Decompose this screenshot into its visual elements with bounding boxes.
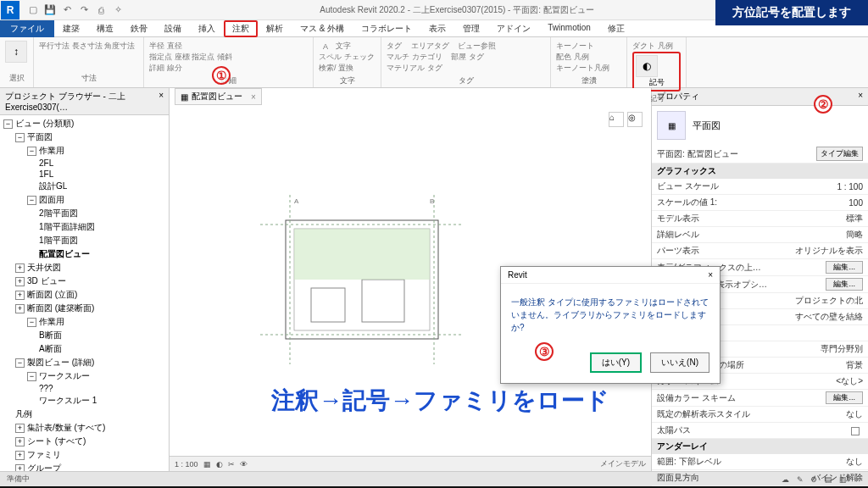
prop-value[interactable]: 1 : 100 [837,182,863,191]
tree-item[interactable]: +シート (すべて) [3,435,165,448]
tab-コラボレート[interactable]: コラボレート [353,20,420,37]
workset-dropdown[interactable]: メインモデル [600,458,646,469]
tree-toggle[interactable]: + [15,464,25,471]
nav-wheel-icon[interactable]: ◎ [627,112,643,127]
tree-toggle[interactable]: − [27,318,36,327]
prop-value[interactable]: 簡略 [846,229,863,241]
tree-item[interactable]: 凡例 [3,408,165,421]
viewbar-icon[interactable]: 👁 [240,460,248,469]
tab-Twinmotion[interactable]: Twinmotion [539,20,599,37]
tab-鉄骨[interactable]: 鉄骨 [122,20,156,37]
tree-item[interactable]: ??? [3,383,165,394]
tag-buttons[interactable]: タグ エリアタグ ビュー参照 [387,41,545,52]
open-icon[interactable]: ▢ [27,4,39,16]
viewbar-icon[interactable]: ◐ [216,460,223,469]
tab-設備[interactable]: 設備 [156,20,190,37]
status-icon[interactable]: ✎ [797,475,804,484]
text-icon[interactable]: A [319,42,332,52]
prop-value[interactable]: なし [846,408,863,420]
tree-item[interactable]: 2FL [3,158,165,169]
tree-item[interactable]: −平面図 [3,130,165,144]
dialog-close-icon[interactable]: × [708,270,713,280]
tree-toggle[interactable]: − [27,196,36,205]
tab-注釈[interactable]: 注釈 [224,20,258,37]
redo-icon[interactable]: ↷ [78,4,90,16]
tree-toggle[interactable]: + [15,424,25,433]
prop-value[interactable]: 標準 [846,213,863,225]
prop-value[interactable]: 専門分野別 [821,343,863,355]
prop-value[interactable]: プロジェクトの北 [795,295,863,307]
measure-icon[interactable]: ✧ [112,4,124,16]
tree-toggle[interactable]: + [15,277,25,286]
prop-value[interactable]: 編集... [826,391,863,404]
checkbox[interactable] [851,427,860,435]
status-icon[interactable]: ▿ [854,475,859,484]
scale-label[interactable]: 1 : 100 [175,460,198,469]
tab-修正[interactable]: 修正 [599,20,633,37]
save-icon[interactable]: 💾 [44,4,56,16]
view-tab[interactable]: ▦ 配置図ビュー × [175,88,262,105]
tree-item[interactable]: +3D ビュー [3,274,165,288]
status-icon[interactable]: ⚙ [810,475,817,484]
prop-value[interactable]: なし [846,456,863,468]
type-edit-button[interactable]: タイプ編集 [816,147,863,161]
prop-value[interactable]: 背景 [846,359,863,371]
viewbar-icon[interactable]: ▦ [203,460,211,469]
tree-item[interactable]: 1階平面詳細図 [3,220,165,234]
tab-挿入[interactable]: 挿入 [190,20,224,37]
tree-item[interactable]: +天井伏図 [3,261,165,274]
tree-item[interactable]: 1FL [3,169,165,180]
tab-アドイン[interactable]: アドイン [488,20,539,37]
dialog-no-button[interactable]: いいえ(N) [650,352,709,373]
tree-item[interactable]: +断面図 (建築断面) [3,302,165,315]
modify-button[interactable]: ↕ [5,41,27,63]
tree-item[interactable]: 1階平面図 [3,234,165,247]
keynote-btn[interactable]: キーノート [556,41,621,52]
tree-item[interactable]: −ワークスルー [3,369,165,383]
tree-item[interactable]: ワークスルー 1 [3,394,165,408]
status-icon[interactable]: ☁ [782,475,789,484]
dimension-buttons[interactable]: 平行寸法 長さ寸法 角度寸法 [39,41,138,52]
edit-button[interactable]: 編集... [826,261,863,274]
prop-row[interactable]: モデル表示標準 [652,211,868,227]
props-close-icon[interactable]: × [858,91,863,103]
tag-buttons2[interactable]: マルチ カテゴリ 部屋 タグ [387,52,545,63]
prop-row[interactable]: スケールの値 1:100 [652,195,868,211]
tab-構造[interactable]: 構造 [88,20,122,37]
duct-legend-btn[interactable]: ダクト 凡例 [632,41,681,52]
status-icon[interactable]: ▥ [839,475,847,484]
keynote-legend-btn[interactable]: キーノート凡例 [556,63,621,74]
props-family[interactable]: 平面図 [693,119,721,132]
tree-item[interactable]: +グループ [3,462,165,471]
tree-item[interactable]: A断面 [3,342,165,356]
tab-マス & 外構[interactable]: マス & 外構 [292,20,353,37]
tab-管理[interactable]: 管理 [454,20,488,37]
edit-button[interactable]: 編集... [826,278,863,291]
print-icon[interactable]: ⎙ [95,4,107,16]
prop-row[interactable]: 太陽パス [652,423,868,439]
viewbar-icon[interactable]: ✂ [228,460,235,469]
prop-value[interactable]: 100 [849,198,863,208]
tab-表示[interactable]: 表示 [420,20,454,37]
spell-btn[interactable]: スペル チェック [319,52,375,63]
detail-row1[interactable]: 指定点 座標 指定点 傾斜 [149,52,232,63]
file-tab[interactable]: ファイル [0,20,54,37]
tree-toggle[interactable]: − [3,119,13,129]
tree-item[interactable]: +断面図 (立面) [3,288,165,302]
tree-toggle[interactable]: + [15,451,25,460]
detail-misc[interactable]: 詳細 線分 [149,63,182,74]
prop-value[interactable] [851,425,863,435]
prop-row[interactable]: 範囲: 下部レベルなし [652,454,868,470]
prop-row[interactable]: パーツ表示オリジナルを表示 [652,243,868,259]
detail-row0[interactable]: 半径 直径 [149,41,182,52]
text-btn[interactable]: 文字 [336,41,351,52]
status-icon[interactable]: ▤ [825,475,832,484]
tree-item[interactable]: −製図ビュー (詳細) [3,356,165,369]
type-selector[interactable]: 平面図: 配置図ビュー [657,148,738,160]
dialog-yes-button[interactable]: はい(Y) [590,352,642,373]
undo-icon[interactable]: ↶ [61,4,73,16]
prop-value[interactable]: オリジナルを表示 [795,245,863,257]
tree-item[interactable]: −図面用 [3,193,165,207]
tree-toggle[interactable]: + [15,437,25,446]
prop-value[interactable]: 編集... [826,278,863,291]
